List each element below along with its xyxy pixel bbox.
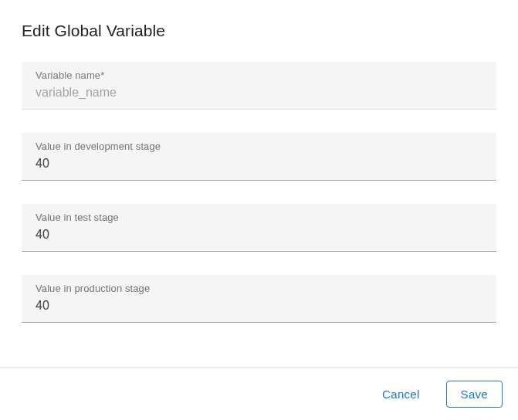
dev-value-input[interactable] [36,155,482,172]
dev-value-field: Value in development stage [22,133,496,181]
variable-name-input [36,84,482,101]
variable-name-field: Variable name* [22,62,496,110]
prod-value-input[interactable] [36,297,482,314]
test-value-label: Value in test stage [36,212,482,223]
prod-value-label: Value in production stage [36,283,482,294]
variable-name-label: Variable name* [36,69,482,81]
prod-value-field: Value in production stage [22,275,496,323]
test-value-input[interactable] [36,226,482,243]
test-value-field: Value in test stage [22,204,496,252]
save-button[interactable]: Save [446,381,503,408]
dev-value-label: Value in development stage [36,141,482,152]
dialog-footer: Cancel Save [0,368,518,420]
cancel-button[interactable]: Cancel [368,381,434,407]
edit-global-variable-dialog: Edit Global Variable Variable name* Valu… [0,0,518,323]
dialog-title: Edit Global Variable [22,22,496,40]
